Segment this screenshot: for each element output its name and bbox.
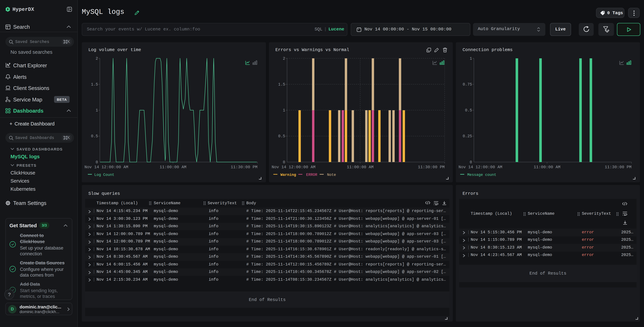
svg-text:Nov 14 12:00:00 AM: Nov 14 12:00:00 AM — [459, 165, 502, 169]
svg-text:11:30:00 PM: 11:30:00 PM — [231, 165, 258, 169]
svg-text:1: 1 — [470, 57, 472, 61]
svg-text:0.5: 0.5 — [465, 108, 472, 113]
svg-text:2: 2 — [283, 57, 285, 61]
svg-text:Note: Note — [327, 173, 336, 177]
svg-text:0: 0 — [470, 160, 472, 165]
svg-text:11:00:00 AM: 11:00:00 AM — [160, 165, 186, 169]
svg-text:1: 1 — [283, 108, 285, 113]
svg-text:Warning: Warning — [280, 173, 296, 177]
svg-text:Nov 14 12:00:00 AM: Nov 14 12:00:00 AM — [272, 165, 315, 169]
svg-text:11:30:00 PM: 11:30:00 PM — [605, 165, 632, 169]
svg-text:0.5: 0.5 — [278, 134, 285, 138]
svg-text:11:00:00 AM: 11:00:00 AM — [347, 165, 373, 169]
svg-text:Message count: Message count — [468, 173, 496, 177]
svg-text:1.5: 1.5 — [91, 82, 98, 87]
svg-text:0: 0 — [96, 160, 98, 165]
svg-text:11:00:00 AM: 11:00:00 AM — [534, 165, 560, 169]
svg-text:11:30:00 PM: 11:30:00 PM — [418, 165, 444, 169]
svg-text:1.5: 1.5 — [278, 82, 285, 87]
svg-text:1: 1 — [96, 108, 98, 113]
svg-text:Nov 14 12:00:00 AM: Nov 14 12:00:00 AM — [84, 165, 128, 169]
svg-text:Log Count: Log Count — [94, 173, 114, 177]
svg-text:0.5: 0.5 — [91, 134, 98, 138]
svg-text:0: 0 — [283, 160, 285, 165]
svg-text:ERROR: ERROR — [306, 173, 317, 177]
svg-text:0.25: 0.25 — [463, 134, 472, 138]
svg-text:2: 2 — [96, 57, 98, 61]
svg-text:0.75: 0.75 — [463, 82, 472, 87]
